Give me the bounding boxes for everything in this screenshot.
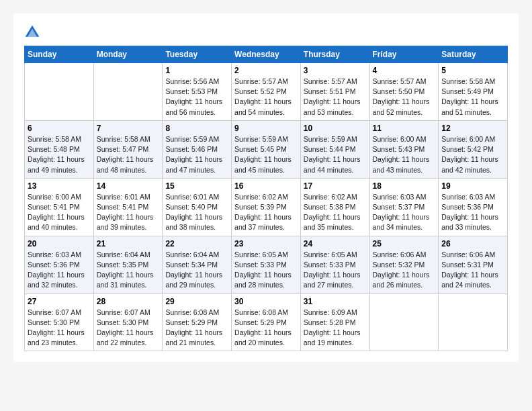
calendar-week-4: 20Sunrise: 6:03 AM Sunset: 5:36 PM Dayli…: [25, 236, 508, 293]
day-info: Sunrise: 6:03 AM Sunset: 5:36 PM Dayligh…: [28, 250, 91, 291]
calendar-week-2: 6Sunrise: 5:58 AM Sunset: 5:48 PM Daylig…: [25, 120, 508, 178]
day-number: 13: [28, 181, 91, 191]
day-number: 29: [165, 297, 228, 306]
calendar-week-5: 27Sunrise: 6:07 AM Sunset: 5:30 PM Dayli…: [25, 293, 508, 351]
day-info: Sunrise: 5:59 AM Sunset: 5:45 PM Dayligh…: [234, 134, 298, 175]
day-info: Sunrise: 6:02 AM Sunset: 5:38 PM Dayligh…: [304, 192, 367, 233]
day-info: Sunrise: 6:00 AM Sunset: 5:43 PM Dayligh…: [373, 134, 436, 175]
calendar-cell: 11Sunrise: 6:00 AM Sunset: 5:43 PM Dayli…: [369, 120, 439, 178]
day-info: Sunrise: 5:58 AM Sunset: 5:49 PM Dayligh…: [441, 77, 504, 118]
calendar-cell: 7Sunrise: 5:58 AM Sunset: 5:47 PM Daylig…: [93, 120, 163, 178]
calendar-cell: 14Sunrise: 6:01 AM Sunset: 5:41 PM Dayli…: [93, 178, 163, 236]
day-number: 12: [441, 124, 504, 133]
day-number: 16: [234, 181, 298, 191]
calendar-cell: 6Sunrise: 5:58 AM Sunset: 5:48 PM Daylig…: [25, 120, 94, 178]
day-info: Sunrise: 6:03 AM Sunset: 5:37 PM Dayligh…: [373, 192, 436, 233]
day-number: 3: [304, 66, 367, 75]
day-info: Sunrise: 6:01 AM Sunset: 5:41 PM Dayligh…: [97, 192, 160, 233]
day-number: 1: [165, 66, 228, 75]
weekday-header-monday: Monday: [93, 46, 163, 63]
calendar-cell: 31Sunrise: 6:09 AM Sunset: 5:28 PM Dayli…: [300, 293, 369, 351]
day-number: 5: [441, 66, 504, 75]
calendar-cell: [25, 63, 94, 121]
day-number: 9: [234, 124, 298, 133]
day-info: Sunrise: 6:07 AM Sunset: 5:30 PM Dayligh…: [28, 308, 91, 349]
day-number: 17: [304, 181, 367, 191]
day-info: Sunrise: 6:06 AM Sunset: 5:31 PM Dayligh…: [441, 250, 504, 291]
day-info: Sunrise: 5:57 AM Sunset: 5:52 PM Dayligh…: [234, 77, 298, 118]
weekday-header-friday: Friday: [369, 46, 439, 63]
calendar-cell: [369, 293, 439, 351]
calendar-cell: 8Sunrise: 5:59 AM Sunset: 5:46 PM Daylig…: [163, 120, 232, 178]
calendar-cell: 23Sunrise: 6:05 AM Sunset: 5:33 PM Dayli…: [232, 236, 301, 293]
logo: [24, 24, 43, 40]
day-number: 20: [28, 239, 91, 248]
day-info: Sunrise: 6:05 AM Sunset: 5:33 PM Dayligh…: [234, 250, 298, 291]
calendar-cell: 18Sunrise: 6:03 AM Sunset: 5:37 PM Dayli…: [369, 178, 439, 236]
day-info: Sunrise: 6:06 AM Sunset: 5:32 PM Dayligh…: [373, 250, 436, 291]
day-info: Sunrise: 5:57 AM Sunset: 5:51 PM Dayligh…: [304, 77, 367, 118]
logo-icon: [24, 24, 40, 40]
weekday-header-wednesday: Wednesday: [232, 46, 301, 63]
day-info: Sunrise: 5:59 AM Sunset: 5:46 PM Dayligh…: [165, 134, 228, 175]
day-number: 21: [97, 239, 160, 248]
day-number: 24: [304, 239, 367, 248]
calendar-cell: 9Sunrise: 5:59 AM Sunset: 5:45 PM Daylig…: [232, 120, 301, 178]
day-info: Sunrise: 6:04 AM Sunset: 5:35 PM Dayligh…: [97, 250, 160, 291]
header: [24, 24, 508, 40]
calendar-cell: 5Sunrise: 5:58 AM Sunset: 5:49 PM Daylig…: [439, 63, 508, 121]
day-info: Sunrise: 5:56 AM Sunset: 5:53 PM Dayligh…: [165, 77, 228, 118]
day-info: Sunrise: 6:09 AM Sunset: 5:28 PM Dayligh…: [304, 308, 367, 349]
day-info: Sunrise: 5:58 AM Sunset: 5:47 PM Dayligh…: [97, 134, 160, 175]
day-info: Sunrise: 6:04 AM Sunset: 5:34 PM Dayligh…: [165, 250, 228, 291]
day-number: 22: [165, 239, 228, 248]
calendar-week-1: 1Sunrise: 5:56 AM Sunset: 5:53 PM Daylig…: [25, 63, 508, 121]
weekday-header-sunday: Sunday: [25, 46, 94, 63]
calendar-cell: 19Sunrise: 6:03 AM Sunset: 5:36 PM Dayli…: [439, 178, 508, 236]
calendar-cell: 29Sunrise: 6:08 AM Sunset: 5:29 PM Dayli…: [163, 293, 232, 351]
day-number: 7: [97, 124, 160, 133]
day-info: Sunrise: 6:01 AM Sunset: 5:40 PM Dayligh…: [165, 192, 228, 233]
day-number: 6: [28, 124, 91, 133]
day-info: Sunrise: 6:08 AM Sunset: 5:29 PM Dayligh…: [234, 308, 298, 349]
calendar-page: SundayMondayTuesdayWednesdayThursdayFrid…: [13, 13, 519, 362]
calendar-week-3: 13Sunrise: 6:00 AM Sunset: 5:41 PM Dayli…: [25, 178, 508, 236]
day-number: 28: [97, 297, 160, 306]
day-number: 2: [234, 66, 298, 75]
calendar-cell: 12Sunrise: 6:00 AM Sunset: 5:42 PM Dayli…: [439, 120, 508, 178]
day-number: 14: [97, 181, 160, 191]
calendar-cell: [439, 293, 508, 351]
weekday-header-saturday: Saturday: [439, 46, 508, 63]
day-number: 26: [441, 239, 504, 248]
calendar-cell: 28Sunrise: 6:07 AM Sunset: 5:30 PM Dayli…: [93, 293, 163, 351]
day-info: Sunrise: 5:59 AM Sunset: 5:44 PM Dayligh…: [304, 134, 367, 175]
day-number: 25: [373, 239, 436, 248]
calendar-cell: 10Sunrise: 5:59 AM Sunset: 5:44 PM Dayli…: [300, 120, 369, 178]
calendar-cell: 25Sunrise: 6:06 AM Sunset: 5:32 PM Dayli…: [369, 236, 439, 293]
calendar-cell: 15Sunrise: 6:01 AM Sunset: 5:40 PM Dayli…: [163, 178, 232, 236]
calendar-cell: 2Sunrise: 5:57 AM Sunset: 5:52 PM Daylig…: [232, 63, 301, 121]
day-info: Sunrise: 6:08 AM Sunset: 5:29 PM Dayligh…: [165, 308, 228, 349]
weekday-header-thursday: Thursday: [300, 46, 369, 63]
day-number: 19: [441, 181, 504, 191]
calendar-cell: 22Sunrise: 6:04 AM Sunset: 5:34 PM Dayli…: [163, 236, 232, 293]
day-number: 27: [28, 297, 91, 306]
day-number: 8: [165, 124, 228, 133]
calendar-cell: 27Sunrise: 6:07 AM Sunset: 5:30 PM Dayli…: [25, 293, 94, 351]
day-info: Sunrise: 5:58 AM Sunset: 5:48 PM Dayligh…: [28, 134, 91, 175]
day-info: Sunrise: 6:00 AM Sunset: 5:41 PM Dayligh…: [28, 192, 91, 233]
day-number: 4: [373, 66, 436, 75]
day-info: Sunrise: 6:02 AM Sunset: 5:39 PM Dayligh…: [234, 192, 298, 233]
calendar-cell: 13Sunrise: 6:00 AM Sunset: 5:41 PM Dayli…: [25, 178, 94, 236]
calendar-cell: 16Sunrise: 6:02 AM Sunset: 5:39 PM Dayli…: [232, 178, 301, 236]
day-info: Sunrise: 6:00 AM Sunset: 5:42 PM Dayligh…: [441, 134, 504, 175]
day-info: Sunrise: 6:07 AM Sunset: 5:30 PM Dayligh…: [97, 308, 160, 349]
day-number: 18: [373, 181, 436, 191]
day-number: 30: [234, 297, 298, 306]
day-number: 23: [234, 239, 298, 248]
calendar-cell: 26Sunrise: 6:06 AM Sunset: 5:31 PM Dayli…: [439, 236, 508, 293]
calendar-cell: 4Sunrise: 5:57 AM Sunset: 5:50 PM Daylig…: [369, 63, 439, 121]
calendar-cell: 30Sunrise: 6:08 AM Sunset: 5:29 PM Dayli…: [232, 293, 301, 351]
calendar-cell: 3Sunrise: 5:57 AM Sunset: 5:51 PM Daylig…: [300, 63, 369, 121]
calendar-cell: 24Sunrise: 6:05 AM Sunset: 5:33 PM Dayli…: [300, 236, 369, 293]
